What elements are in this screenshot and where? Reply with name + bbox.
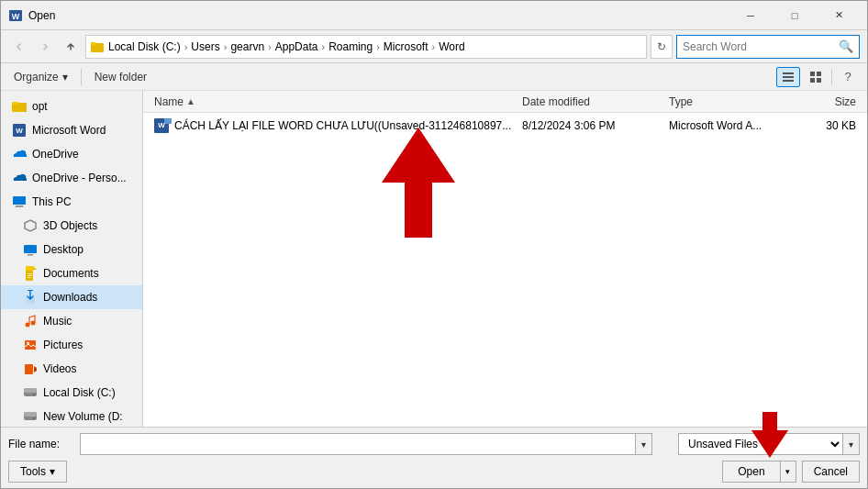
sidebar-item-music[interactable]: Music <box>1 309 142 333</box>
onedrive-icon <box>12 147 27 161</box>
sidebar-item-microsoft-word[interactable]: W Microsoft Word <box>1 118 142 142</box>
sidebar-item-opt[interactable]: opt <box>1 94 142 118</box>
maximize-button[interactable]: □ <box>773 3 816 28</box>
path-part-1[interactable]: Local Disk (C:) <box>108 40 181 53</box>
path-part-4[interactable]: AppData <box>275 40 318 53</box>
sidebar: opt W Microsoft Word OneDrive <box>1 91 143 427</box>
sidebar-item-documents[interactable]: Documents <box>1 261 142 285</box>
svg-rect-20 <box>26 266 33 271</box>
organize-button[interactable]: Organize ▾ <box>8 68 73 86</box>
svg-rect-13 <box>13 196 26 205</box>
svg-rect-6 <box>783 80 794 82</box>
sidebar-item-desktop[interactable]: Desktop <box>1 238 142 261</box>
tools-wrap: Tools ▾ <box>8 461 67 483</box>
sidebar-item-label: Videos <box>43 362 76 375</box>
forward-button[interactable] <box>34 36 56 58</box>
documents-icon <box>23 266 38 281</box>
svg-marker-16 <box>25 220 36 231</box>
music-icon <box>23 314 38 328</box>
help-button[interactable]: ? <box>836 67 860 87</box>
svg-rect-7 <box>810 72 815 76</box>
path-part-5[interactable]: Roaming <box>328 40 373 53</box>
sidebar-item-videos[interactable]: Videos <box>1 357 142 381</box>
view-details-button[interactable] <box>776 67 800 87</box>
svg-rect-5 <box>783 76 794 78</box>
file-date-cell: 8/12/2024 3:06 PM <box>515 119 662 132</box>
svg-rect-37 <box>24 412 37 417</box>
sidebar-item-thispc[interactable]: This PC <box>1 190 142 214</box>
filetype-select[interactable]: Unsaved Files <box>678 433 843 455</box>
close-button[interactable]: ✕ <box>818 3 860 28</box>
sidebar-item-local-disk-c[interactable]: Local Disk (C:) <box>1 381 142 405</box>
window-controls: ─ □ ✕ <box>729 3 860 28</box>
path-breadcrumbs: Local Disk (C:) › Users › gearvn › AppDa… <box>108 40 465 53</box>
harddrive-d-icon <box>23 409 38 424</box>
toolbar: Organize ▾ New folder <box>1 63 867 91</box>
main-content: opt W Microsoft Word OneDrive <box>1 91 867 427</box>
sidebar-item-new-volume-d[interactable]: New Volume (D: <box>1 405 142 427</box>
sidebar-item-label: OneDrive - Perso... <box>32 172 127 184</box>
sidebar-item-pictures[interactable]: Pictures <box>1 333 142 357</box>
sidebar-item-onedrive-personal[interactable]: OneDrive - Perso... <box>1 166 142 190</box>
svg-rect-31 <box>25 364 33 374</box>
svg-rect-12 <box>12 102 18 105</box>
sidebar-item-label: OneDrive <box>32 148 79 161</box>
column-size[interactable]: Size <box>790 95 863 108</box>
search-box[interactable]: 🔍 <box>676 35 860 59</box>
column-type[interactable]: Type <box>662 95 790 108</box>
search-input[interactable] <box>683 40 839 53</box>
svg-rect-4 <box>783 72 794 74</box>
file-type-cell: Microsoft Word A... <box>662 119 790 132</box>
view-large-button[interactable] <box>804 67 828 87</box>
path-part-2[interactable]: Users <box>191 40 219 53</box>
sidebar-item-label: Desktop <box>43 243 83 256</box>
cancel-button[interactable]: Cancel <box>802 461 860 483</box>
sidebar-item-label: Downloads <box>43 291 97 304</box>
onedrive-personal-icon <box>12 171 27 185</box>
toolbar-separator <box>81 69 82 85</box>
filename-dropdown-button[interactable]: ▾ <box>636 433 652 455</box>
thispc-icon <box>12 194 27 209</box>
back-button[interactable] <box>8 36 30 58</box>
path-part-7[interactable]: Word <box>439 40 464 53</box>
sidebar-item-onedrive[interactable]: OneDrive <box>1 142 142 166</box>
sidebar-item-3d-objects[interactable]: 3D Objects <box>1 214 142 238</box>
open-button[interactable]: Open <box>722 461 779 483</box>
svg-rect-10 <box>817 78 821 83</box>
sidebar-item-label: This PC <box>32 195 72 208</box>
new-folder-button[interactable]: New folder <box>89 68 152 86</box>
bottom-bar: File name: ▾ Unsaved Files ▾ Tools ▾ <box>1 427 867 488</box>
svg-rect-23 <box>28 275 32 276</box>
column-name[interactable]: Name ▲ <box>147 95 515 108</box>
word-icon: W <box>12 123 27 138</box>
filename-input[interactable] <box>80 433 636 455</box>
minimize-button[interactable]: ─ <box>729 3 772 28</box>
file-list[interactable]: Name ▲ Date modified Type Size W <box>143 91 867 427</box>
address-path-bar[interactable]: Local Disk (C:) › Users › gearvn › AppDa… <box>85 35 647 59</box>
file-row[interactable]: W CÁCH LẤY LẠI FILE WORD CHƯA LƯU((Unsav… <box>143 113 867 139</box>
file-name-text: CÁCH LẤY LẠI FILE WORD CHƯA LƯU((Unsaved… <box>174 119 511 132</box>
sidebar-item-label: Local Disk (C:) <box>43 386 116 399</box>
filetype-dropdown-button[interactable]: ▾ <box>843 433 860 455</box>
sort-arrow: ▲ <box>186 96 195 106</box>
harddrive-c-icon <box>23 385 38 400</box>
path-part-6[interactable]: Microsoft <box>384 40 428 53</box>
up-button[interactable] <box>60 36 82 58</box>
toolbar-separator-2 <box>831 69 832 85</box>
refresh-button[interactable]: ↻ <box>651 35 673 59</box>
path-part-3[interactable]: gearvn <box>230 40 264 53</box>
open-dropdown-button[interactable]: ▾ <box>780 461 796 483</box>
svg-rect-15 <box>15 206 24 207</box>
svg-marker-39 <box>382 128 455 238</box>
sidebar-item-label: Documents <box>43 267 99 280</box>
column-date-modified[interactable]: Date modified <box>515 95 662 108</box>
svg-rect-3 <box>91 42 96 45</box>
svg-text:W: W <box>12 12 20 21</box>
svg-rect-8 <box>817 72 821 76</box>
tools-button[interactable]: Tools ▾ <box>8 461 67 483</box>
svg-marker-32 <box>34 366 37 372</box>
search-icon[interactable]: 🔍 <box>839 39 853 53</box>
sidebar-item-label: Music <box>43 315 72 328</box>
filename-input-wrap: ▾ <box>80 433 652 455</box>
sidebar-item-downloads[interactable]: Downloads <box>1 285 142 309</box>
